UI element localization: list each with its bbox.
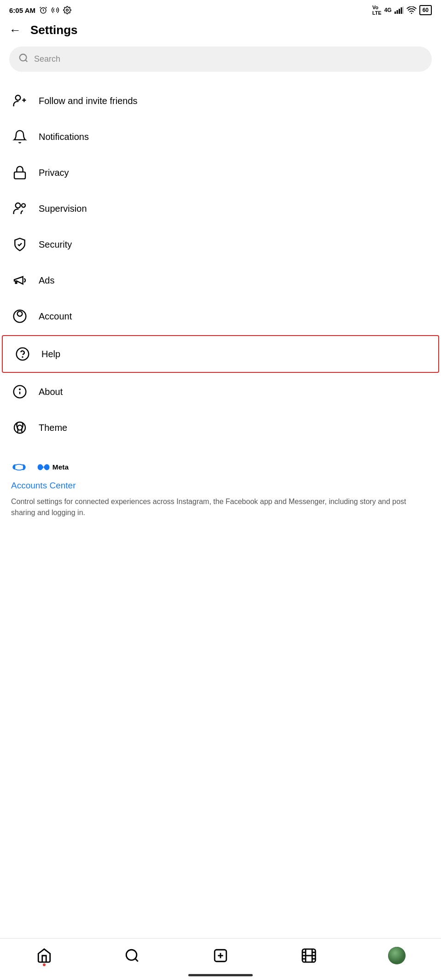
nav-search[interactable] <box>118 944 146 967</box>
gear-icon <box>63 6 71 14</box>
profile-avatar <box>388 947 406 964</box>
4g-indicator: 4G <box>384 7 392 13</box>
search-icon <box>18 53 29 65</box>
status-time-area: 6:05 AM <box>9 6 71 14</box>
svg-point-10 <box>16 95 21 100</box>
home-indicator <box>188 974 253 976</box>
svg-line-31 <box>135 959 138 962</box>
back-button[interactable]: ← <box>9 23 21 37</box>
search-nav-icon <box>124 948 140 963</box>
wifi-icon <box>406 6 417 14</box>
meta-wordmark-icon: Meta <box>34 460 75 474</box>
menu-label-security: Security <box>39 239 72 250</box>
menu-label-about: About <box>39 387 63 397</box>
search-bar[interactable]: Search <box>9 46 432 72</box>
menu-label-notifications: Notifications <box>39 132 89 142</box>
svg-rect-13 <box>14 172 25 179</box>
nav-profile[interactable] <box>383 944 411 967</box>
svg-rect-3 <box>396 10 398 14</box>
home-notification-dot <box>43 963 46 966</box>
meta-section: Meta Accounts Center Control settings fo… <box>0 449 441 526</box>
menu-label-ads: Ads <box>39 275 54 286</box>
search-container[interactable]: Search <box>9 46 432 72</box>
svg-rect-6 <box>402 6 404 14</box>
svg-point-1 <box>66 9 69 12</box>
theme-icon <box>11 419 29 436</box>
follow-icon <box>11 92 29 110</box>
page-header: ← Settings <box>0 19 441 46</box>
volte-indicator: VoLTE <box>372 5 382 16</box>
menu-item-ads[interactable]: Ads <box>0 262 441 298</box>
menu-label-follow: Follow and invite friends <box>39 96 138 106</box>
menu-item-about[interactable]: About <box>0 374 441 410</box>
svg-point-15 <box>22 203 25 207</box>
nav-reels[interactable] <box>295 944 323 967</box>
alarm-icon <box>39 6 47 14</box>
menu-label-account: Account <box>39 311 72 322</box>
menu-item-notifications[interactable]: Notifications <box>0 119 441 155</box>
svg-point-8 <box>20 54 27 61</box>
meta-logo: Meta <box>11 460 430 474</box>
help-icon <box>14 345 31 363</box>
ads-icon <box>11 272 29 289</box>
svg-point-7 <box>411 13 412 14</box>
nfc-icon <box>51 6 59 14</box>
svg-rect-4 <box>399 9 400 14</box>
svg-point-17 <box>17 311 23 316</box>
supervision-icon <box>11 200 29 217</box>
menu-item-follow[interactable]: Follow and invite friends <box>0 83 441 119</box>
svg-marker-16 <box>14 277 23 284</box>
status-right-icons: VoLTE 4G 60 <box>372 5 432 16</box>
svg-rect-28 <box>15 465 23 469</box>
reels-icon <box>301 948 317 963</box>
accounts-center-link[interactable]: Accounts Center <box>11 481 430 491</box>
nav-create[interactable] <box>207 944 234 967</box>
menu-item-theme[interactable]: Theme <box>0 410 441 446</box>
meta-logo-icon <box>11 461 30 474</box>
account-icon <box>11 307 29 325</box>
status-time: 6:05 AM <box>9 6 35 14</box>
menu-label-supervision: Supervision <box>39 203 87 214</box>
svg-rect-5 <box>400 7 402 14</box>
nav-home[interactable] <box>30 944 58 967</box>
svg-point-24 <box>14 422 25 433</box>
svg-rect-2 <box>395 12 396 14</box>
menu-label-theme: Theme <box>39 423 67 433</box>
bell-icon <box>11 128 29 145</box>
menu-item-help[interactable]: Help <box>2 335 439 373</box>
create-icon <box>213 948 228 963</box>
page-title: Settings <box>30 23 78 37</box>
menu-item-security[interactable]: Security <box>0 226 441 262</box>
home-icon <box>36 948 52 963</box>
menu-item-supervision[interactable]: Supervision <box>0 191 441 226</box>
battery-indicator: 60 <box>419 5 432 15</box>
signal-icon <box>395 6 404 14</box>
menu-item-privacy[interactable]: Privacy <box>0 155 441 191</box>
security-icon <box>11 236 29 253</box>
search-input[interactable]: Search <box>34 54 60 64</box>
menu-label-help: Help <box>41 349 60 360</box>
svg-text:Meta: Meta <box>52 463 69 471</box>
about-icon <box>11 383 29 400</box>
menu-label-privacy: Privacy <box>39 168 69 178</box>
status-bar: 6:05 AM VoLTE 4G <box>0 0 441 19</box>
svg-point-14 <box>16 203 21 208</box>
svg-point-19 <box>17 348 29 360</box>
settings-menu: Follow and invite friendsNotificationsPr… <box>0 79 441 449</box>
svg-point-30 <box>127 950 137 960</box>
svg-line-9 <box>25 60 27 62</box>
menu-item-account[interactable]: Account <box>0 298 441 334</box>
lock-icon <box>11 164 29 181</box>
meta-description: Control settings for connected experienc… <box>11 496 430 518</box>
